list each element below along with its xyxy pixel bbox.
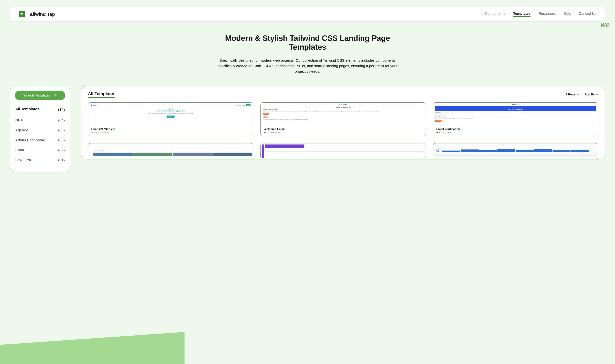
nav-components[interactable]: Components xyxy=(485,12,505,17)
template-card[interactable] xyxy=(260,143,426,159)
category-list: All Templates (14) NFT (04) Agency (03) … xyxy=(15,104,65,165)
navbar: Tailwind Tap Components Templates Resour… xyxy=(10,7,605,21)
search-button[interactable]: Search Templates xyxy=(15,91,65,100)
template-subtitle: Agency Template xyxy=(91,131,250,134)
decorative-text: we xyxy=(601,20,610,28)
svg-point-0 xyxy=(54,94,56,96)
category-email[interactable]: Email (02) xyxy=(15,145,65,155)
nav-blog[interactable]: Blog xyxy=(564,12,571,17)
template-subtitle: Email Template xyxy=(436,131,595,134)
template-preview: 🔷 Tailwind Tap — THANKS FOR SIGNING UP! … xyxy=(433,103,598,126)
main-panel: All Templates 3 Rows Sort By 🔵 InfyGPT xyxy=(81,86,605,159)
template-card[interactable]: 🔵 InfyGPT How it works Pricing Sign In I… xyxy=(88,102,253,136)
content: Search Templates All Templates (14) NFT … xyxy=(10,86,605,172)
panel-header: All Templates 3 Rows Sort By xyxy=(88,91,598,98)
template-title: Email Verification xyxy=(436,128,595,131)
search-label: Search Templates xyxy=(23,93,50,97)
template-title: ChatGPT Website xyxy=(91,128,250,131)
search-icon xyxy=(53,93,57,97)
chevron-down-icon xyxy=(596,93,598,96)
template-preview: 🔵 InfyGPT How it works Pricing Sign In I… xyxy=(88,103,253,126)
logo[interactable]: Tailwind Tap xyxy=(19,11,55,17)
category-law-firm[interactable]: Law-Firm (01) xyxy=(15,155,65,165)
template-subtitle: Email Template xyxy=(264,131,422,134)
panel-title: All Templates xyxy=(88,91,115,98)
rows-selector[interactable]: 3 Rows xyxy=(566,93,579,96)
template-grid: 🔵 InfyGPT How it works Pricing Sign In I… xyxy=(88,102,598,159)
template-card[interactable] xyxy=(433,143,598,159)
background-shape xyxy=(0,332,615,364)
category-all[interactable]: All Templates (14) xyxy=(15,104,65,115)
category-agency[interactable]: Agency (03) xyxy=(15,125,65,135)
brand-name: Tailwind Tap xyxy=(27,12,55,17)
template-preview xyxy=(433,143,598,159)
sort-selector[interactable]: Sort By xyxy=(585,93,598,96)
svg-line-1 xyxy=(55,96,56,97)
nav-resources[interactable]: Resources xyxy=(538,12,556,17)
category-admin-dashboard[interactable]: Admin Dashboard (03) xyxy=(15,135,65,145)
panel-controls: 3 Rows Sort By xyxy=(566,93,598,96)
hero: Modern & Stylish Tailwind CSS Landing Pa… xyxy=(214,34,401,74)
nav-links: Components Templates Resources Blog Cont… xyxy=(485,12,596,17)
sidebar: Search Templates All Templates (14) NFT … xyxy=(10,86,70,172)
faucet-icon xyxy=(19,11,25,17)
chevron-down-icon xyxy=(577,93,579,96)
template-title: Welcome Email xyxy=(264,128,422,131)
template-card[interactable] xyxy=(88,143,253,159)
template-preview: 🔷 Tailwind Tap Thanks for Signing up! He… xyxy=(260,103,425,126)
page-title: Modern & Stylish Tailwind CSS Landing Pa… xyxy=(214,34,401,52)
template-preview xyxy=(260,143,425,159)
template-card[interactable]: 🔷 Tailwind Tap Thanks for Signing up! He… xyxy=(260,102,426,136)
category-nft[interactable]: NFT (04) xyxy=(15,115,65,125)
nav-templates[interactable]: Templates xyxy=(513,12,531,17)
template-preview xyxy=(88,143,253,159)
page-subtitle: Specifically designed for modern web pro… xyxy=(214,58,401,74)
template-card[interactable]: 🔷 Tailwind Tap — THANKS FOR SIGNING UP! … xyxy=(433,102,598,136)
nav-contact[interactable]: Contact Us xyxy=(579,12,596,17)
